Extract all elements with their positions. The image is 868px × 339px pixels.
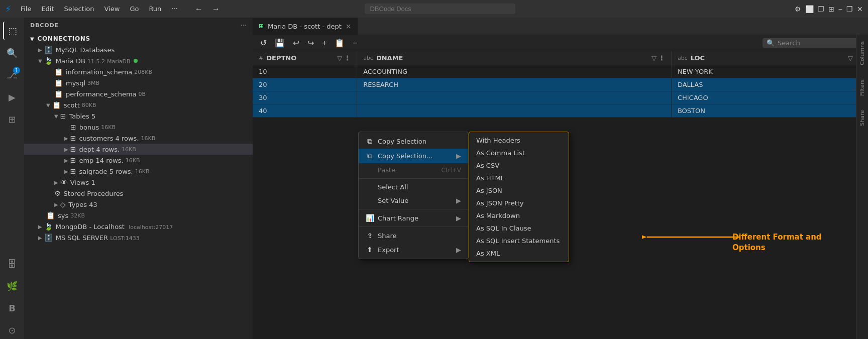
activity-source-control[interactable]: ⎇ 1 — [3, 66, 21, 84]
info-schema-icon: 📋 — [54, 68, 63, 76]
table-row[interactable]: 30 CHICAGO — [253, 91, 868, 104]
sidebar-more-icon[interactable]: ··· — [241, 22, 247, 29]
menu-copy-selection-sub[interactable]: ⧉ Copy Selection... ▶ — [359, 149, 468, 163]
tree-item-mysql-db[interactable]: 📋 mysql 3MB — [24, 77, 253, 88]
submenu-as-comma-list[interactable]: As Comma List — [469, 147, 569, 159]
tree-item-info-schema[interactable]: 📋 information_schema 208KB — [24, 66, 253, 77]
minimize-button[interactable]: − — [838, 5, 842, 13]
activity-leaf[interactable]: 🌿 — [3, 277, 21, 295]
menu-paste[interactable]: Paste Ctrl+V — [359, 163, 468, 177]
toolbar-redo[interactable]: ↪ — [305, 37, 316, 49]
tree-item-bonus[interactable]: ⊞ bonus 16KB — [24, 122, 253, 133]
activity-explorer[interactable]: ⬚ — [3, 22, 21, 40]
close-button[interactable]: ✕ — [857, 5, 863, 13]
menu-view[interactable]: View — [100, 4, 124, 14]
deptno-more-icon[interactable]: ⋮ — [344, 54, 351, 62]
types-chevron: ▶ — [54, 202, 58, 207]
activity-run[interactable]: ▶ — [3, 88, 21, 106]
submenu-as-json-pretty[interactable]: As JSON Pretty — [469, 197, 569, 209]
tree-item-customers[interactable]: ▶ ⊞ customers 4 rows, 16KB — [24, 133, 253, 144]
menu-set-value[interactable]: Set Value ▶ — [359, 194, 468, 207]
submenu-with-headers[interactable]: With Headers — [469, 134, 569, 147]
toolbar-copy[interactable]: 📋 — [332, 37, 347, 49]
settings-icon[interactable]: ⚙ — [795, 5, 801, 13]
search-placeholder: Search — [778, 39, 800, 47]
title-bar: ⚡ File Edit Selection View Go Run ··· ← … — [0, 0, 868, 18]
emp-size: 16KB — [126, 157, 140, 164]
table-row[interactable]: 10 ACCOUNTING NEW YORK — [253, 65, 868, 78]
activity-stack[interactable]: ⊙ — [3, 321, 21, 339]
tree-item-mysql[interactable]: ▶ 🗄️ MySQL Databases — [24, 44, 253, 55]
scott-chevron: ▼ — [46, 102, 50, 108]
tree-item-scott[interactable]: ▼ 📋 scott 80KB — [24, 99, 253, 110]
tree-item-salgrade[interactable]: ▶ ⊞ salgrade 5 rows, 16KB — [24, 166, 253, 177]
activity-database[interactable]: 🗄 — [3, 255, 21, 273]
filters-label[interactable]: Filters — [859, 77, 865, 98]
menu-bar: File Edit Selection View Go Run ··· — [17, 4, 182, 14]
tree-item-perf-schema[interactable]: 📋 performance_schema 0B — [24, 88, 253, 99]
submenu-as-xml[interactable]: As XML — [469, 247, 569, 260]
tree-item-emp[interactable]: ▶ ⊞ emp 14 rows, 16KB — [24, 155, 253, 166]
tree-item-mariadb[interactable]: ▼ 🍃 Maria DB 11.5.2-MariaDB — [24, 55, 253, 66]
submenu-as-sql-insert[interactable]: As SQL Insert Statements — [469, 235, 569, 247]
grid-icon[interactable]: ⊞ — [828, 5, 834, 13]
global-search[interactable] — [365, 4, 515, 14]
menu-selection[interactable]: Selection — [60, 4, 98, 14]
loc-filter-icon[interactable]: ▽ — [848, 54, 853, 62]
back-button[interactable]: ← — [192, 4, 206, 15]
share-label[interactable]: Share — [859, 108, 865, 128]
menu-share[interactable]: ⇪ Share — [359, 229, 468, 243]
menu-export[interactable]: ⬆ Export ▶ — [359, 243, 468, 257]
menu-select-all[interactable]: Select All — [359, 180, 468, 194]
submenu-as-markdown[interactable]: As Markdown — [469, 209, 569, 222]
toolbar-save[interactable]: 💾 — [272, 37, 287, 49]
toolbar-add[interactable]: + — [319, 38, 329, 49]
tree-item-views[interactable]: ▶ 👁 Views 1 — [24, 177, 253, 188]
table-row[interactable]: 20 RESEARCH DALLAS — [253, 78, 868, 91]
toolbar-undo[interactable]: ↩ — [290, 37, 302, 49]
activity-beta[interactable]: B — [3, 299, 21, 317]
submenu-as-html[interactable]: As HTML — [469, 172, 569, 184]
tab-label: Maria DB - scott - dept — [268, 23, 342, 30]
submenu-as-csv[interactable]: As CSV — [469, 159, 569, 172]
menu-copy-selection[interactable]: ⧉ Copy Selection — [359, 134, 468, 149]
connections-header[interactable]: ▼ CONNECTIONS — [24, 33, 253, 44]
dname-more-icon[interactable]: ⋮ — [659, 54, 665, 62]
as-json-label: As JSON — [476, 187, 502, 194]
tree-item-mongodb[interactable]: ▶ 🍃 MongoDB - Localhost localhost:27017 — [24, 221, 253, 232]
activity-search[interactable]: 🔍 — [3, 44, 21, 62]
split-icon[interactable]: ❐ — [818, 5, 824, 13]
tab-close-button[interactable]: × — [346, 22, 352, 30]
tab-icon: ⊞ — [259, 23, 264, 30]
maximize-button[interactable]: ❐ — [846, 5, 853, 13]
tree-item-types[interactable]: ▶ ◇ Types 43 — [24, 199, 253, 210]
menu-chart-range[interactable]: 📊 Chart Range ▶ — [359, 211, 468, 225]
forward-button[interactable]: → — [209, 4, 223, 15]
data-table: # DEPTNO ▽ ⋮ abc DNAME — [253, 51, 868, 118]
menu-more[interactable]: ··· — [167, 4, 181, 14]
menu-go[interactable]: Go — [126, 4, 143, 14]
table-search-box[interactable]: 🔍 Search — [763, 38, 863, 48]
scott-icon: 📋 — [52, 101, 61, 109]
menu-edit[interactable]: Edit — [37, 4, 58, 14]
table-row[interactable]: 40 BOSTON — [253, 104, 868, 118]
tree-item-dept[interactable]: ▶ ⊞ dept 4 rows, 16KB — [24, 144, 253, 155]
submenu-as-sql-in[interactable]: As SQL In Clause — [469, 222, 569, 235]
layout-icon[interactable]: ⬜ — [805, 5, 814, 13]
tree-item-tables[interactable]: ▼ ⊞ Tables 5 — [24, 110, 253, 122]
tree-item-stored-procedures[interactable]: ⚙ Stored Procedures — [24, 188, 253, 199]
toolbar-refresh[interactable]: ↺ — [258, 37, 269, 49]
deptno-filter-icon[interactable]: ▽ — [337, 54, 342, 62]
toolbar-remove[interactable]: − — [350, 38, 360, 49]
tree-item-sys[interactable]: 📋 sys 32KB — [24, 210, 253, 221]
dname-filter-icon[interactable]: ▽ — [652, 54, 657, 62]
submenu-as-json[interactable]: As JSON — [469, 184, 569, 197]
tree-item-mssql[interactable]: ▶ 🗄️ MS SQL SERVER LOST:1433 — [24, 232, 253, 243]
editor-tab[interactable]: ⊞ Maria DB - scott - dept × — [253, 18, 358, 35]
activity-extensions[interactable]: ⊞ — [3, 110, 21, 128]
export-label: Export — [378, 246, 399, 254]
menu-run[interactable]: Run — [145, 4, 165, 14]
mongodb-icon: 🍃 — [44, 222, 53, 231]
columns-label[interactable]: Columns — [859, 39, 865, 67]
menu-file[interactable]: File — [17, 4, 36, 14]
